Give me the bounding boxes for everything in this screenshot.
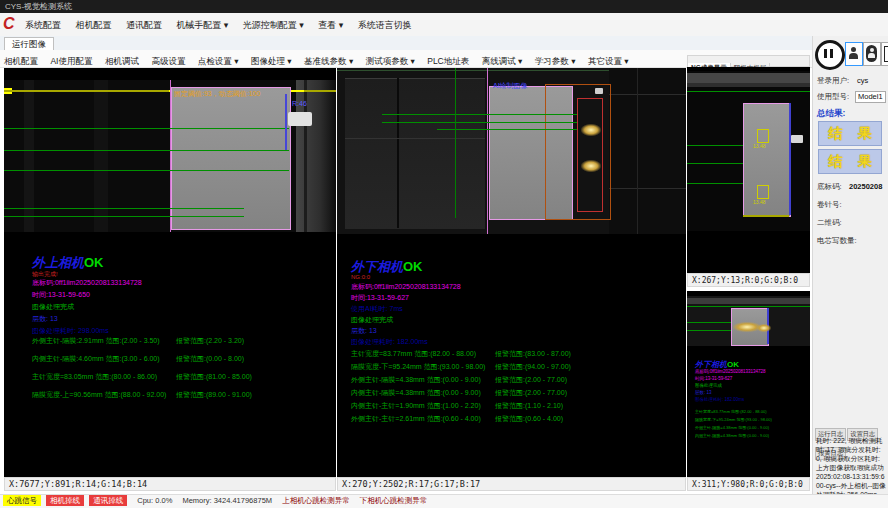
menu-robot-config[interactable]: 机械手配置 ▾ (171, 13, 233, 32)
right-measure-row: 隔膜宽度-下=95.24mm 范围:(93.00 - 98.00) (351, 362, 485, 372)
lower-camera-warning: 下相机心跳检测异常 (360, 496, 428, 505)
left-result-elapsed: 图像处理耗时: 298.00ms (32, 326, 109, 336)
right-result-ai-time: 使用AI耗时: 7ms (351, 304, 403, 314)
tool-advanced-settings[interactable]: 高级设置 (147, 52, 189, 68)
left-measure-row: 外侧主针-隔膜:2.91mm 范围:(2.00 - 3.50) (32, 336, 160, 346)
login-user-value[interactable]: cys (857, 76, 868, 85)
memory-usage: Memory: 3424.41796875M (182, 496, 272, 505)
comm-offline-badge: 通讯掉线 (89, 495, 127, 506)
exit-button[interactable]: → (881, 42, 888, 66)
right-measure-row: 内侧主针-隔膜=4.38mm 范围:(0.00 - 9.00) (351, 388, 481, 398)
left-result-done: 图像处理完成 (32, 302, 74, 312)
camera-offline-badge: 相机掉线 (46, 495, 84, 506)
tool-offline-debug[interactable]: 离线调试 ▾ (478, 52, 527, 68)
right-measure-row: 内侧主针-主针=1.90mm 范围:(1.00 - 2.20) (351, 401, 481, 411)
right-result-elapsed: 图像处理耗时: 182.00ms (351, 337, 428, 347)
person-dark-icon (866, 45, 877, 62)
tool-spot-check[interactable]: 点检设置 ▾ (194, 52, 243, 68)
cell-write-count-label: 电芯写数量: (817, 236, 857, 246)
login-user-label: 登录用户: (817, 76, 849, 86)
right-result-layers: 层数: 13 (351, 326, 377, 336)
right-result-done: 图像处理完成 (351, 315, 393, 325)
left-alarm-col: 报警范围:(2.20 - 3.20) (176, 336, 244, 346)
tool-other-settings[interactable]: 其它设置 ▾ (584, 52, 633, 68)
bottom-code-value: 20250208 (849, 182, 882, 191)
ng-marker-box (757, 129, 769, 143)
tool-ai-config[interactable]: AI使用配置 (46, 52, 96, 68)
mini-camera-image (687, 296, 810, 346)
pause-button[interactable] (815, 40, 845, 70)
right-alarm-col: 报警范围:(2.00 - 77.00) (495, 388, 567, 398)
tool-baseline-params[interactable]: 基准线参数 ▾ (300, 52, 357, 68)
left-threshold-overlay: 固定阈值:93，动态阈值:100 (174, 89, 260, 99)
mini-result-panel[interactable]: 外下相机OK 底标码:0ff1iim20250208133134728 时间:1… (687, 291, 810, 477)
right-measure-row: 主针宽度=83.77mm 范围:(82.00 - 88.00) (351, 349, 476, 359)
view-tabs-row: 运行图像 (0, 36, 888, 51)
tool-test-params[interactable]: 测试项参数 ▾ (362, 52, 419, 68)
user-manage-button[interactable] (863, 42, 881, 66)
app-logo-icon: C (3, 15, 19, 33)
tool-learn-params[interactable]: 学习参数 ▾ (531, 52, 580, 68)
ng-preview-panel[interactable]: 13.48 13.48 (687, 67, 810, 273)
left-result-layers: 层数: 13 (32, 314, 58, 324)
tool-camera-config[interactable]: 相机配置 (0, 52, 42, 68)
mini-result-done: 图像处理完成 (695, 383, 722, 388)
qr-code-label: 二维码: (817, 218, 842, 228)
right-alarm-col: 报警范围:(94.00 - 97.00) (495, 362, 571, 372)
window-titlebar[interactable]: CYS-视觉检测系统 (0, 0, 888, 13)
left-result-code: 底标码:0ff1iim20250208133134728 (32, 278, 142, 288)
tool-image-processing[interactable]: 图像处理 ▾ (247, 52, 296, 68)
right-camera-image: AI绘制图像 (337, 68, 686, 234)
mini-defect-glow (757, 324, 771, 332)
ng-marker-label: 13.48 (753, 199, 766, 205)
left-camera-panel[interactable]: 固定阈值:93，动态阈值:100 R:46 外上相机OK 输出完成! 底标码:0… (4, 68, 336, 477)
ng-marker-box (757, 185, 769, 199)
left-camera-image: 固定阈值:93，动态阈值:100 R:46 (4, 80, 336, 232)
menu-comm-config[interactable]: 通讯配置 (121, 13, 167, 32)
left-alarm-col: 报警范围:(0.00 - 8.00) (176, 354, 244, 364)
tool-plc-address[interactable]: PLC地址表 (423, 52, 473, 68)
menu-language[interactable]: 系统语言切换 (353, 13, 417, 32)
app-window: CYS-视觉检测系统 C 系统配置 相机配置 通讯配置 机械手配置 ▾ 光源控制… (0, 0, 888, 522)
tool-camera-debug[interactable]: 相机调试 (101, 52, 143, 68)
menu-light-config[interactable]: 光源控制配置 ▾ (238, 13, 309, 32)
right-alarm-col: 报警范围:(2.00 - 77.00) (495, 375, 567, 385)
right-measure-row: 外侧主针-隔膜=4.38mm 范围:(0.00 - 9.00) (351, 375, 481, 385)
right-red-roi (577, 98, 603, 212)
mini-measure-row: 主针宽度=83.77mm 范围:(82.00 - 88.00) (695, 409, 766, 414)
right-alarm-col: 报警范围:(0.60 - 4.00) (495, 414, 563, 424)
model-select[interactable]: Model1 (855, 91, 886, 103)
mini-result-code: 底标码:0ff1iim20250208133134728 (695, 369, 765, 374)
right-alarm-col: 报警范围:(1.10 - 2.10) (495, 401, 563, 411)
left-measure-row: 主针宽度=83.05mm 范围:(80.00 - 86.00) (32, 372, 157, 382)
left-coords-bar: X:7677;Y:891;R:14;G:14;B:14 (4, 477, 336, 491)
right-defect-glow (581, 160, 601, 172)
heartbeat-badge: 心跳信号 (3, 495, 41, 506)
menu-view[interactable]: 查看 ▾ (313, 13, 348, 32)
left-alarm-col: 报警范围:(81.00 - 85.00) (176, 372, 252, 382)
result-box-upper: 结 果 (818, 121, 882, 146)
right-result-code: 底标码:0ff1iim20250208133134728 (351, 282, 461, 292)
right-ai-overlay: AI绘制图像 (493, 81, 528, 91)
menu-system-config[interactable]: 系统配置 (20, 13, 66, 32)
right-result-note: NG:0:0 (351, 274, 370, 280)
right-result-time: 时间:13-31-59-627 (351, 293, 409, 303)
left-result-ok: OK (84, 255, 104, 270)
ng-panel-tabs: NG成像显示阴极内极层阳极内极层 (687, 55, 810, 67)
mini-result-time: 时间:13-31-59-627 (695, 376, 732, 381)
window-title: CYS-视觉检测系统 (5, 2, 72, 11)
left-blue-edge-line (285, 94, 287, 150)
menu-bar: C 系统配置 相机配置 通讯配置 机械手配置 ▾ 光源控制配置 ▾ 查看 ▾ 系… (0, 13, 888, 37)
right-alarm-col: 报警范围:(83.00 - 87.00) (495, 349, 571, 359)
mini-measure-row: 外侧主针-隔膜=4.38mm 范围:(0.00 - 9.00) (695, 425, 769, 430)
user-login-button[interactable] (845, 42, 863, 66)
right-camera-panel[interactable]: AI绘制图像 外下相机OK NG:0:0 底标码:0ff1iim20250208… (337, 68, 686, 477)
menu-camera-config[interactable]: 相机配置 (70, 13, 116, 32)
ng-preview-image: 13.48 13.48 (687, 71, 810, 231)
left-marker-label: R:46 (292, 100, 307, 107)
mini-measure-row: 隔膜宽度-下=95.24mm 范围:(93.00 - 98.00) (695, 417, 772, 422)
mini-coords-bar: X:311;Y:980;R:0;G:0;B:0 (687, 477, 810, 491)
log-text[interactable]: 耗时: 222, 瑕疵检测耗时: 17, 瑕疵分发耗时: 0, 瑕疵获取分区耗时… (816, 436, 886, 499)
needle-number-label: 卷针号: (817, 200, 842, 210)
left-measure-row: 内侧主针-隔膜:4.60mm 范围:(3.00 - 6.00) (32, 354, 160, 364)
